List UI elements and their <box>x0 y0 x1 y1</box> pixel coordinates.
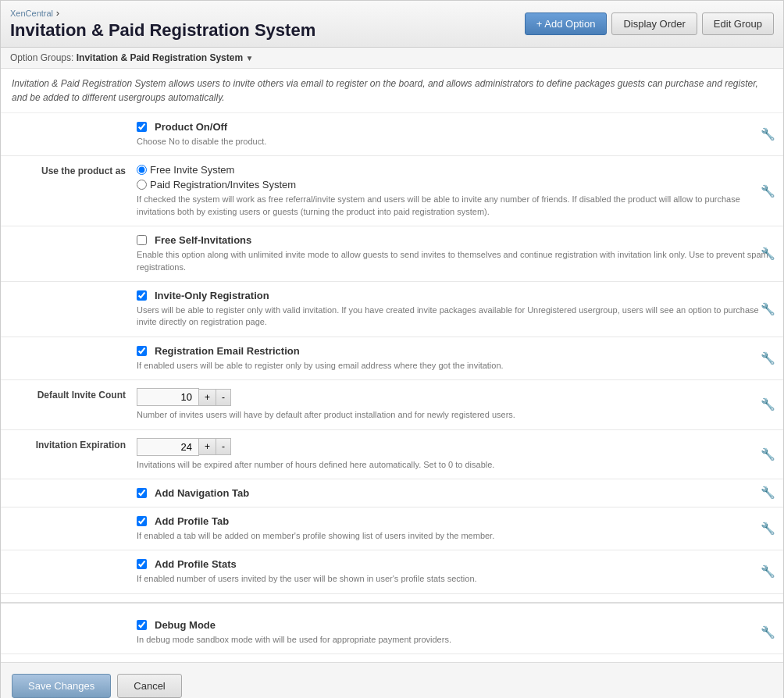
breadcrumb-link[interactable]: XenCentral <box>10 9 53 18</box>
option-content-default-invite-count: + - Number of invites users will have by… <box>137 388 772 421</box>
breadcrumb-area: XenCentral › Invitation & Paid Registrat… <box>10 7 315 41</box>
add-option-button[interactable]: + Add Option <box>525 12 608 35</box>
option-title-free-self-invitations: Free Self-Invitations <box>137 234 772 246</box>
option-content-add-nav-tab: Add Navigation Tab <box>137 487 772 499</box>
stepper-plus-default-invite[interactable]: + <box>198 389 216 406</box>
option-row-free-self-invitations: Free Self-Invitations Enable this option… <box>1 226 783 282</box>
option-group-bar: Option Groups: Invitation & Paid Registr… <box>1 48 783 69</box>
edit-icon-add-nav-tab[interactable]: 🔧 <box>761 486 775 500</box>
option-row-use-product-as: Use the product as Free Invite System Pa… <box>1 156 783 226</box>
option-title-email-restriction: Registration Email Restriction <box>137 345 772 357</box>
option-row-product-on-off: Product On/Off Choose No to disable the … <box>1 113 783 156</box>
option-title-product-on-off: Product On/Off <box>137 121 772 133</box>
display-order-button[interactable]: Display Order <box>611 12 697 35</box>
option-content-invite-only-reg: Invite-Only Registration Users will be a… <box>137 290 772 329</box>
option-desc-email-restriction: If enabled users will be able to registe… <box>137 360 772 372</box>
option-desc-product-on-off: Choose No to disable the product. <box>137 136 772 148</box>
breadcrumb: XenCentral › <box>10 7 315 19</box>
number-input-default-invite[interactable] <box>137 388 199 406</box>
radio-label-free-invite: Free Invite System <box>137 164 772 176</box>
separator <box>1 602 783 604</box>
number-input-group-expiration: + - <box>137 438 772 456</box>
header-buttons: + Add Option Display Order Edit Group <box>525 12 774 35</box>
option-content-invitation-expiration: + - Invitations will be expired after nu… <box>137 438 772 471</box>
edit-icon-add-profile-tab[interactable]: 🔧 <box>761 522 775 536</box>
option-label-default-invite-count: Default Invite Count <box>12 388 137 401</box>
radio-label-paid-reg: Paid Registration/Invites System <box>137 179 772 191</box>
dropdown-arrow-icon[interactable]: ▼ <box>245 54 253 62</box>
option-content-add-profile-tab: Add Profile Tab If enabled a tab will be… <box>137 515 772 542</box>
option-row-default-invite-count: Default Invite Count + - Number of invit… <box>1 380 783 429</box>
page-title: Invitation & Paid Registration System <box>10 20 315 41</box>
option-row-add-profile-tab: Add Profile Tab If enabled a tab will be… <box>1 507 783 550</box>
edit-icon-invitation-expiration[interactable]: 🔧 <box>761 447 775 461</box>
option-row-add-profile-stats: Add Profile Stats If enabled number of u… <box>1 550 783 593</box>
checkbox-product-on-off[interactable] <box>137 122 147 132</box>
option-desc-default-invite-count: Number of invites users will have by def… <box>137 409 772 421</box>
option-desc-add-profile-stats: If enabled number of users invited by th… <box>137 573 772 585</box>
option-desc-use-product-as: If checked the system will work as free … <box>137 194 772 218</box>
checkbox-invite-only-reg[interactable] <box>137 290 147 301</box>
option-title-add-nav-tab: Add Navigation Tab <box>137 487 772 499</box>
edit-icon-default-invite-count[interactable]: 🔧 <box>761 397 775 411</box>
checkbox-debug-mode[interactable] <box>137 620 147 630</box>
option-row-add-nav-tab: Add Navigation Tab 🔧 <box>1 479 783 507</box>
stepper-minus-expiration[interactable]: - <box>216 438 231 455</box>
number-input-group-default-invite: + - <box>137 388 772 406</box>
edit-icon-email-restriction[interactable]: 🔧 <box>761 351 775 365</box>
option-desc-debug-mode: In debug mode sandbox mode with will be … <box>137 634 772 646</box>
option-group-current: Invitation & Paid Registration System <box>77 52 243 63</box>
save-changes-button[interactable]: Save Changes <box>12 674 111 698</box>
option-label-invitation-expiration: Invitation Expiration <box>12 438 137 450</box>
number-input-expiration[interactable] <box>137 438 199 456</box>
option-row-debug-mode: Debug Mode In debug mode sandbox mode wi… <box>1 611 783 654</box>
edit-icon-use-product-as[interactable]: 🔧 <box>761 184 775 198</box>
checkbox-email-restriction[interactable] <box>137 346 147 356</box>
option-label-use-product-as: Use the product as <box>12 164 137 176</box>
option-group-label-text: Option Groups: <box>10 52 73 63</box>
option-desc-invite-only-reg: Users will be able to register only with… <box>137 304 772 329</box>
page-wrapper: XenCentral › Invitation & Paid Registrat… <box>0 0 784 698</box>
option-row-email-restriction: Registration Email Restriction If enable… <box>1 337 783 380</box>
option-row-invite-only-reg: Invite-Only Registration Users will be a… <box>1 282 783 337</box>
option-row-invitation-expiration: Invitation Expiration + - Invitations wi… <box>1 430 783 479</box>
option-desc-free-self-invitations: Enable this option along with unlimited … <box>137 249 772 273</box>
option-content-add-profile-stats: Add Profile Stats If enabled number of u… <box>137 558 772 585</box>
option-content-email-restriction: Registration Email Restriction If enable… <box>137 345 772 372</box>
options-container: Product On/Off Choose No to disable the … <box>1 113 783 654</box>
edit-icon-invite-only-reg[interactable]: 🔧 <box>761 302 775 316</box>
stepper-plus-expiration[interactable]: + <box>198 438 216 455</box>
description-box: Invitation & Paid Registration System al… <box>1 69 783 113</box>
radio-paid-reg[interactable] <box>137 180 147 190</box>
option-title-add-profile-tab: Add Profile Tab <box>137 515 772 527</box>
option-content-debug-mode: Debug Mode In debug mode sandbox mode wi… <box>137 619 772 646</box>
header-bar: XenCentral › Invitation & Paid Registrat… <box>1 1 783 48</box>
option-desc-add-profile-tab: If enabled a tab will be added on member… <box>137 530 772 542</box>
option-content-product-on-off: Product On/Off Choose No to disable the … <box>137 121 772 148</box>
checkbox-add-profile-tab[interactable] <box>137 516 147 526</box>
footer-bar: Save Changes Cancel <box>1 662 783 698</box>
cancel-button[interactable]: Cancel <box>117 674 181 698</box>
option-content-free-self-invitations: Free Self-Invitations Enable this option… <box>137 234 772 273</box>
edit-icon-debug-mode[interactable]: 🔧 <box>761 625 775 639</box>
checkbox-add-nav-tab[interactable] <box>137 488 147 498</box>
checkbox-add-profile-stats[interactable] <box>137 559 147 569</box>
checkbox-free-self-invitations[interactable] <box>137 235 147 245</box>
option-title-add-profile-stats: Add Profile Stats <box>137 558 772 570</box>
breadcrumb-separator: › <box>56 7 59 19</box>
option-desc-invitation-expiration: Invitations will be expired after number… <box>137 459 772 471</box>
edit-icon-product-on-off[interactable]: 🔧 <box>761 127 775 141</box>
edit-icon-add-profile-stats[interactable]: 🔧 <box>761 564 775 579</box>
option-title-invite-only-reg: Invite-Only Registration <box>137 290 772 301</box>
stepper-minus-default-invite[interactable]: - <box>216 389 231 406</box>
edit-icon-free-self-invitations[interactable]: 🔧 <box>761 247 775 261</box>
radio-group-use-product-as: Free Invite System Paid Registration/Inv… <box>137 164 772 191</box>
edit-group-button[interactable]: Edit Group <box>702 12 774 35</box>
radio-free-invite[interactable] <box>137 165 147 175</box>
option-content-use-product-as: Free Invite System Paid Registration/Inv… <box>137 164 772 218</box>
option-title-debug-mode: Debug Mode <box>137 619 772 631</box>
